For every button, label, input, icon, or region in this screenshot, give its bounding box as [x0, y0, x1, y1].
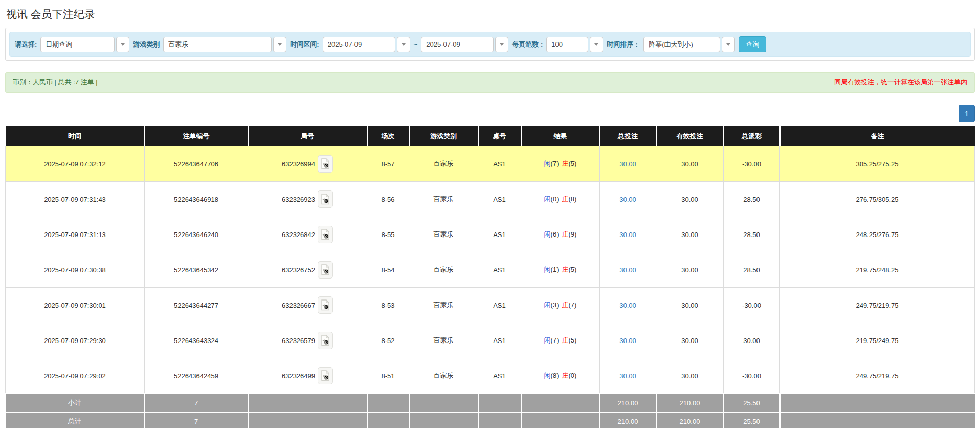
date-from-value[interactable]: 2025-07-09: [323, 37, 395, 52]
page-1-button[interactable]: 1: [959, 105, 975, 122]
cell-table-id: AS1: [478, 358, 521, 394]
chevron-down-icon[interactable]: [590, 37, 603, 52]
cell-total-bet: 30.00: [600, 252, 656, 288]
game-type-label: 游戏类别: [133, 40, 160, 49]
total-row: 总计 7 210.00 210.00 25.50: [6, 412, 975, 428]
cell-session: 8-51: [367, 358, 409, 394]
cell-game-type: 百家乐: [409, 182, 478, 217]
cell-round-id: 632326579: [248, 323, 367, 358]
page-size-value[interactable]: 100: [546, 37, 588, 52]
game-type-select[interactable]: 百家乐: [163, 37, 286, 52]
video-replay-icon[interactable]: [318, 332, 333, 349]
cell-session: 8-54: [367, 252, 409, 288]
round-id-group: 632326842: [282, 226, 333, 243]
cell-game-type: 百家乐: [409, 323, 478, 358]
header-result: 结果: [521, 126, 600, 146]
bet-records-table: 时间 注单编号 局号 场次 游戏类别 桌号 结果 总投注 有效投注 总派彩 备注…: [5, 126, 975, 428]
result-player-label: 闲: [544, 336, 551, 344]
table-row: 2025-07-09 07:31:13522643646240632326842…: [6, 217, 975, 252]
video-replay-icon[interactable]: [318, 296, 333, 314]
round-id-text: 632326667: [282, 302, 315, 309]
total-count: 7: [145, 412, 248, 428]
result-player-label: 闲: [544, 301, 551, 309]
cell-round-id: 632326842: [248, 217, 367, 252]
round-id-text: 632326842: [282, 231, 315, 239]
cell-round-id: 632326499: [248, 358, 367, 394]
cell-bet-id: 522643643324: [145, 323, 248, 358]
subtotal-row: 小计 7 210.00 210.00 25.50: [6, 394, 975, 412]
cell-remark: 305.25/275.25: [780, 146, 975, 182]
table-row: 2025-07-09 07:32:12522643647706632326994…: [6, 146, 975, 182]
total-bet-link[interactable]: 30.00: [619, 231, 636, 239]
total-bet-link[interactable]: 30.00: [619, 266, 636, 274]
game-type-value[interactable]: 百家乐: [163, 37, 272, 52]
chevron-down-icon[interactable]: [397, 37, 410, 52]
cell-game-type: 百家乐: [409, 288, 478, 323]
cell-bet-id: 522643645342: [145, 252, 248, 288]
cell-remark: 219.75/249.75: [780, 323, 975, 358]
cell-total-bet: 30.00: [600, 217, 656, 252]
cell-total-bet: 30.00: [600, 288, 656, 323]
cell-round-id: 632326923: [248, 182, 367, 217]
total-bet-link[interactable]: 30.00: [619, 372, 636, 380]
currency-total-text: 币别：人民币 | 总共 :7 注单 |: [13, 78, 98, 87]
page-size-label: 每页笔数 :: [512, 40, 543, 49]
cell-time: 2025-07-09 07:29:30: [6, 323, 145, 358]
cell-time: 2025-07-09 07:31:13: [6, 217, 145, 252]
cell-session: 8-57: [367, 146, 409, 182]
query-type-label: 请选择:: [15, 40, 37, 49]
page-size-select[interactable]: 100: [546, 37, 603, 52]
header-time: 时间: [6, 126, 145, 146]
cell-round-id: 632326994: [248, 146, 367, 182]
cell-remark: 276.75/305.25: [780, 182, 975, 217]
cell-valid-bet: 30.00: [656, 358, 724, 394]
video-replay-icon[interactable]: [318, 155, 333, 173]
cell-payout: -30.00: [724, 146, 780, 182]
date-from-select[interactable]: 2025-07-09: [323, 37, 410, 52]
sort-order-value[interactable]: 降幂(由大到小): [643, 37, 720, 52]
video-replay-icon[interactable]: [318, 261, 333, 279]
chevron-down-icon[interactable]: [116, 37, 129, 52]
filter-container: 请选择: 日期查询 游戏类别 百家乐 时间区间: 2025-07-09 ~ 20…: [5, 28, 975, 61]
total-bet-link[interactable]: 30.00: [619, 302, 636, 309]
date-to-select[interactable]: 2025-07-09: [421, 37, 508, 52]
cell-payout: -30.00: [724, 288, 780, 323]
cell-result: 闲(0)庄(8): [521, 182, 600, 217]
cell-result: 闲(7)庄(5): [521, 146, 600, 182]
cell-total-bet: 30.00: [600, 182, 656, 217]
total-bet-link[interactable]: 30.00: [619, 337, 636, 345]
cell-time: 2025-07-09 07:32:12: [6, 146, 145, 182]
sort-order-select[interactable]: 降幂(由大到小): [643, 37, 735, 52]
round-id-group: 632326667: [282, 296, 333, 314]
header-valid-bet: 有效投注: [656, 126, 724, 146]
cell-valid-bet: 30.00: [656, 182, 724, 217]
total-payout: 25.50: [724, 412, 780, 428]
total-bet-link[interactable]: 30.00: [619, 160, 636, 168]
cell-valid-bet: 30.00: [656, 288, 724, 323]
cell-time: 2025-07-09 07:30:38: [6, 252, 145, 288]
video-replay-icon[interactable]: [318, 367, 333, 384]
result-player-label: 闲: [544, 372, 551, 379]
cell-table-id: AS1: [478, 217, 521, 252]
chevron-down-icon[interactable]: [722, 37, 735, 52]
cell-table-id: AS1: [478, 182, 521, 217]
date-to-value[interactable]: 2025-07-09: [421, 37, 494, 52]
table-row: 2025-07-09 07:30:38522643645342632326752…: [6, 252, 975, 288]
video-replay-icon[interactable]: [318, 226, 333, 243]
cell-bet-id: 522643642459: [145, 358, 248, 394]
query-type-select[interactable]: 日期查询: [40, 37, 129, 52]
tilde-separator: ~: [414, 40, 418, 48]
result-banker-score: (0): [569, 372, 577, 379]
total-bet-link[interactable]: 30.00: [619, 196, 636, 203]
search-button[interactable]: 查询: [739, 36, 766, 52]
chevron-down-icon[interactable]: [273, 37, 286, 52]
query-type-value[interactable]: 日期查询: [40, 37, 115, 52]
chevron-down-icon[interactable]: [495, 37, 508, 52]
result-player-score: (6): [551, 230, 559, 238]
cell-valid-bet: 30.00: [656, 146, 724, 182]
header-payout: 总派彩: [724, 126, 780, 146]
video-replay-icon[interactable]: [318, 190, 333, 208]
result-banker-score: (5): [569, 336, 577, 344]
round-id-text: 632326994: [282, 160, 315, 168]
header-total-bet: 总投注: [600, 126, 656, 146]
